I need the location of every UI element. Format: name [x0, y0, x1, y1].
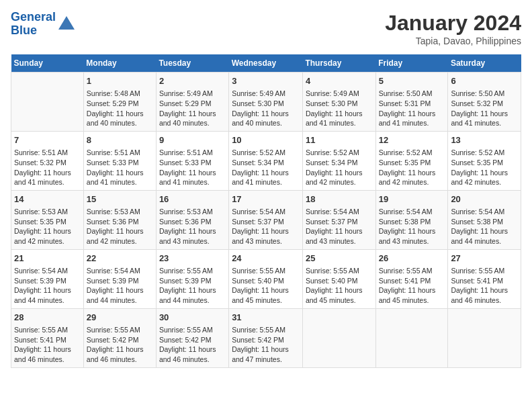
day-number: 6 [451, 75, 518, 87]
calendar-cell: 17Sunrise: 5:54 AM Sunset: 5:37 PM Dayli… [229, 190, 303, 249]
day-number: 28 [14, 312, 81, 324]
header-cell-monday: Monday [83, 54, 156, 73]
calendar-cell: 27Sunrise: 5:55 AM Sunset: 5:41 PM Dayli… [448, 249, 521, 308]
day-info: Sunrise: 5:49 AM Sunset: 5:29 PM Dayligh… [159, 89, 226, 128]
day-info: Sunrise: 5:55 AM Sunset: 5:39 PM Dayligh… [159, 266, 226, 306]
day-number: 7 [14, 134, 81, 146]
page-header: General Blue January 2024 Tapia, Davao, … [11, 11, 521, 46]
day-info: Sunrise: 5:49 AM Sunset: 5:30 PM Dayligh… [232, 89, 300, 128]
day-info: Sunrise: 5:55 AM Sunset: 5:40 PM Dayligh… [306, 266, 373, 306]
day-info: Sunrise: 5:53 AM Sunset: 5:36 PM Dayligh… [87, 207, 153, 246]
day-info: Sunrise: 5:53 AM Sunset: 5:36 PM Dayligh… [159, 207, 226, 246]
header-cell-tuesday: Tuesday [156, 54, 228, 73]
calendar-cell: 16Sunrise: 5:53 AM Sunset: 5:36 PM Dayli… [156, 190, 228, 249]
calendar-cell: 18Sunrise: 5:54 AM Sunset: 5:37 PM Dayli… [302, 190, 375, 249]
logo: General Blue [11, 11, 76, 38]
header-row: SundayMondayTuesdayWednesdayThursdayFrid… [11, 54, 521, 73]
day-number: 20 [451, 193, 518, 205]
calendar-cell: 20Sunrise: 5:54 AM Sunset: 5:38 PM Dayli… [448, 190, 521, 249]
day-number: 5 [379, 75, 445, 87]
day-number: 2 [159, 75, 226, 87]
day-info: Sunrise: 5:55 AM Sunset: 5:42 PM Dayligh… [232, 325, 300, 365]
svg-marker-0 [58, 16, 75, 30]
calendar-cell: 15Sunrise: 5:53 AM Sunset: 5:36 PM Dayli… [83, 190, 156, 249]
calendar-cell: 28Sunrise: 5:55 AM Sunset: 5:41 PM Dayli… [11, 308, 84, 367]
day-number: 1 [87, 75, 153, 87]
day-number: 25 [306, 253, 373, 265]
calendar-cell: 7Sunrise: 5:51 AM Sunset: 5:32 PM Daylig… [11, 131, 84, 190]
day-info: Sunrise: 5:55 AM Sunset: 5:41 PM Dayligh… [14, 325, 81, 365]
day-info: Sunrise: 5:50 AM Sunset: 5:31 PM Dayligh… [379, 89, 445, 128]
day-number: 16 [159, 193, 226, 205]
calendar-cell: 24Sunrise: 5:55 AM Sunset: 5:40 PM Dayli… [229, 249, 303, 308]
day-info: Sunrise: 5:52 AM Sunset: 5:34 PM Dayligh… [232, 148, 300, 187]
calendar-cell: 6Sunrise: 5:50 AM Sunset: 5:32 PM Daylig… [448, 73, 521, 132]
calendar-cell [11, 73, 84, 132]
day-number: 8 [87, 134, 153, 146]
calendar-cell: 21Sunrise: 5:54 AM Sunset: 5:39 PM Dayli… [11, 249, 84, 308]
header-cell-friday: Friday [375, 54, 448, 73]
day-info: Sunrise: 5:51 AM Sunset: 5:33 PM Dayligh… [159, 148, 226, 187]
day-number: 21 [14, 253, 81, 265]
calendar-cell: 22Sunrise: 5:54 AM Sunset: 5:39 PM Dayli… [83, 249, 156, 308]
day-number: 19 [379, 193, 445, 205]
calendar-cell: 29Sunrise: 5:55 AM Sunset: 5:42 PM Dayli… [83, 308, 156, 367]
week-row-2: 14Sunrise: 5:53 AM Sunset: 5:35 PM Dayli… [11, 190, 521, 249]
day-number: 17 [232, 193, 300, 205]
day-number: 22 [87, 253, 153, 265]
header-cell-wednesday: Wednesday [229, 54, 303, 73]
day-number: 13 [451, 134, 518, 146]
calendar-cell: 25Sunrise: 5:55 AM Sunset: 5:40 PM Dayli… [302, 249, 375, 308]
day-info: Sunrise: 5:52 AM Sunset: 5:35 PM Dayligh… [379, 148, 445, 187]
calendar-cell [302, 308, 375, 367]
day-number: 24 [232, 253, 300, 265]
day-number: 15 [87, 193, 153, 205]
week-row-3: 21Sunrise: 5:54 AM Sunset: 5:39 PM Dayli… [11, 249, 521, 308]
calendar-cell: 10Sunrise: 5:52 AM Sunset: 5:34 PM Dayli… [229, 131, 303, 190]
day-info: Sunrise: 5:52 AM Sunset: 5:34 PM Dayligh… [306, 148, 373, 187]
week-row-1: 7Sunrise: 5:51 AM Sunset: 5:32 PM Daylig… [11, 131, 521, 190]
calendar-cell: 11Sunrise: 5:52 AM Sunset: 5:34 PM Dayli… [302, 131, 375, 190]
title-block: January 2024 Tapia, Davao, Philippines [385, 11, 521, 46]
day-info: Sunrise: 5:54 AM Sunset: 5:38 PM Dayligh… [379, 207, 445, 246]
calendar-cell: 1Sunrise: 5:48 AM Sunset: 5:29 PM Daylig… [83, 73, 156, 132]
calendar-table: SundayMondayTuesdayWednesdayThursdayFrid… [11, 54, 521, 368]
week-row-0: 1Sunrise: 5:48 AM Sunset: 5:29 PM Daylig… [11, 73, 521, 132]
day-number: 10 [232, 134, 300, 146]
calendar-cell: 8Sunrise: 5:51 AM Sunset: 5:33 PM Daylig… [83, 131, 156, 190]
calendar-cell: 3Sunrise: 5:49 AM Sunset: 5:30 PM Daylig… [229, 73, 303, 132]
day-info: Sunrise: 5:54 AM Sunset: 5:37 PM Dayligh… [306, 207, 373, 246]
day-number: 12 [379, 134, 445, 146]
day-number: 29 [87, 312, 153, 324]
day-info: Sunrise: 5:54 AM Sunset: 5:39 PM Dayligh… [87, 266, 153, 306]
day-info: Sunrise: 5:51 AM Sunset: 5:33 PM Dayligh… [87, 148, 153, 187]
calendar-cell: 14Sunrise: 5:53 AM Sunset: 5:35 PM Dayli… [11, 190, 84, 249]
calendar-cell: 30Sunrise: 5:55 AM Sunset: 5:42 PM Dayli… [156, 308, 228, 367]
day-info: Sunrise: 5:50 AM Sunset: 5:32 PM Dayligh… [451, 89, 518, 128]
day-number: 9 [159, 134, 226, 146]
week-row-4: 28Sunrise: 5:55 AM Sunset: 5:41 PM Dayli… [11, 308, 521, 367]
day-info: Sunrise: 5:55 AM Sunset: 5:42 PM Dayligh… [87, 325, 153, 365]
calendar-cell: 13Sunrise: 5:52 AM Sunset: 5:35 PM Dayli… [448, 131, 521, 190]
calendar-cell: 9Sunrise: 5:51 AM Sunset: 5:33 PM Daylig… [156, 131, 228, 190]
calendar-cell: 2Sunrise: 5:49 AM Sunset: 5:29 PM Daylig… [156, 73, 228, 132]
calendar-cell: 26Sunrise: 5:55 AM Sunset: 5:41 PM Dayli… [375, 249, 448, 308]
day-info: Sunrise: 5:54 AM Sunset: 5:39 PM Dayligh… [14, 266, 81, 306]
day-number: 18 [306, 193, 373, 205]
logo-text: General Blue [11, 11, 56, 38]
day-info: Sunrise: 5:54 AM Sunset: 5:38 PM Dayligh… [451, 207, 518, 246]
logo-icon [57, 15, 76, 34]
day-info: Sunrise: 5:55 AM Sunset: 5:40 PM Dayligh… [232, 266, 300, 306]
header-cell-saturday: Saturday [448, 54, 521, 73]
day-info: Sunrise: 5:53 AM Sunset: 5:35 PM Dayligh… [14, 207, 81, 246]
day-info: Sunrise: 5:54 AM Sunset: 5:37 PM Dayligh… [232, 207, 300, 246]
day-info: Sunrise: 5:55 AM Sunset: 5:41 PM Dayligh… [379, 266, 445, 306]
header-cell-thursday: Thursday [302, 54, 375, 73]
calendar-cell [448, 308, 521, 367]
page-subtitle: Tapia, Davao, Philippines [385, 36, 521, 46]
day-info: Sunrise: 5:55 AM Sunset: 5:42 PM Dayligh… [159, 325, 226, 365]
day-number: 26 [379, 253, 445, 265]
day-info: Sunrise: 5:49 AM Sunset: 5:30 PM Dayligh… [306, 89, 373, 128]
day-number: 23 [159, 253, 226, 265]
calendar-cell [375, 308, 448, 367]
